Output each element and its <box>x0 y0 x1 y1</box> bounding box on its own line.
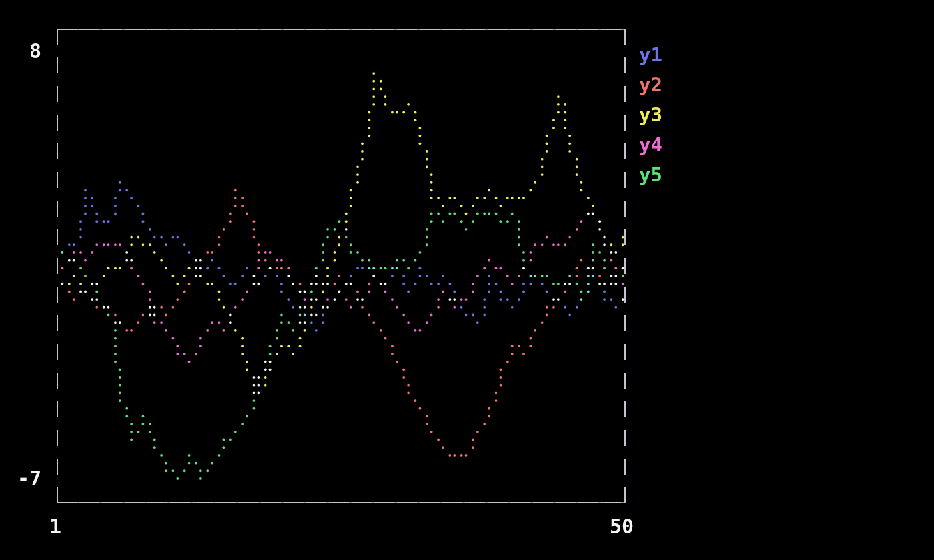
legend-item-y5: y5 <box>639 160 662 190</box>
y-axis-min-label: -7 <box>7 468 41 489</box>
legend: y1 y2 y3 y4 y5 <box>639 40 662 190</box>
y-axis-max-label: 8 <box>12 41 41 62</box>
legend-item-y4: y4 <box>639 130 662 160</box>
legend-item-y1: y1 <box>639 40 662 70</box>
legend-item-y3: y3 <box>639 100 662 130</box>
scatter-plot-canvas <box>0 0 934 560</box>
terminal-plot-window: 8 -7 1 50 y1 y2 y3 y4 y5 <box>0 0 934 560</box>
x-axis-max-label: 50 <box>604 516 639 537</box>
legend-item-y2: y2 <box>639 70 662 100</box>
x-axis-min-label: 1 <box>45 516 65 537</box>
